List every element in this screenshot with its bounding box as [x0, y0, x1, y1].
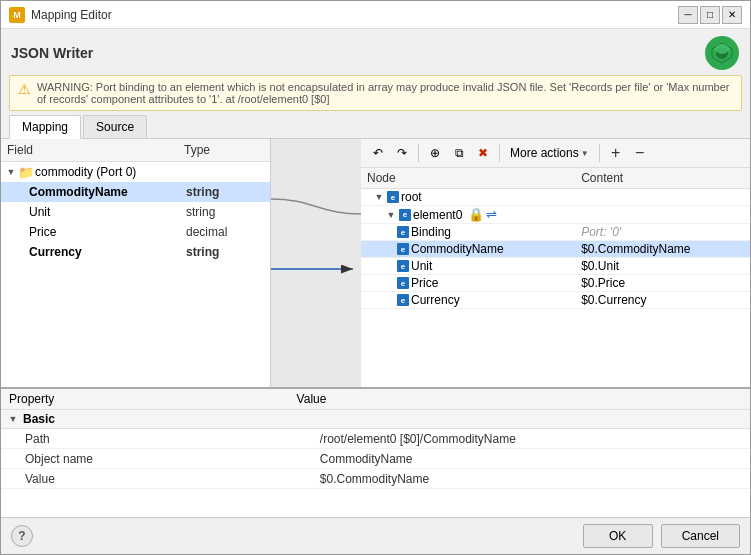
- mapping-editor-window: M Mapping Editor ─ □ ✕ JSON Writer ⚠ WAR…: [0, 0, 751, 555]
- add-button[interactable]: +: [605, 142, 627, 164]
- field-price: Price: [29, 225, 186, 239]
- dropdown-arrow-icon: ▼: [581, 149, 589, 158]
- tree-row-price[interactable]: Price decimal: [1, 222, 270, 242]
- maximize-button[interactable]: □: [700, 6, 720, 24]
- binding-arrow-icon: ⇌: [486, 207, 497, 222]
- e-icon-binding: e: [397, 226, 409, 238]
- type-unit: string: [186, 205, 266, 219]
- prop-value-value: $0.CommodityName: [314, 470, 750, 488]
- node-binding-label: Binding: [411, 225, 451, 239]
- node-row-commodityname[interactable]: e CommodityName $0.CommodityName: [361, 241, 750, 258]
- type-currency: string: [186, 245, 266, 259]
- node-unit-content: $0.Unit: [575, 258, 750, 275]
- warning-bar: ⚠ WARNING: Port binding to an element wh…: [9, 75, 742, 111]
- e-icon-element0: e: [399, 209, 411, 221]
- footer-buttons: OK Cancel: [583, 524, 740, 548]
- node-cell-element0: ▼ e element0 🔒 ⇌: [367, 207, 569, 222]
- title-controls: ─ □ ✕: [678, 6, 742, 24]
- right-panel: ↶ ↷ ⊕ ⧉ ✖ More actions ▼ + −: [361, 139, 750, 387]
- undo-button[interactable]: ↶: [367, 142, 389, 164]
- node-unit-label: Unit: [411, 259, 432, 273]
- prop-row-objectname: Object name CommodityName: [1, 449, 750, 469]
- type-commodityname: string: [186, 185, 266, 199]
- node-tree-panel: Node Content ▼ e roo: [361, 168, 750, 387]
- property-table: ▼ Basic Path /root/element0 [$0]/Commodi…: [1, 410, 750, 517]
- app-logo: [704, 35, 740, 71]
- left-tree: ▼ 📁 commodity (Port 0) CommodityName str…: [1, 162, 270, 387]
- node-col-header: Node: [361, 168, 575, 189]
- root-label: commodity (Port 0): [35, 165, 266, 179]
- e-icon-unit: e: [397, 260, 409, 272]
- node-row-binding[interactable]: e Binding Port: '0': [361, 224, 750, 241]
- connector-canvas: [271, 139, 361, 387]
- delete-button[interactable]: ✖: [472, 142, 494, 164]
- more-actions-button[interactable]: More actions ▼: [505, 143, 594, 163]
- warning-text: WARNING: Port binding to an element whic…: [37, 81, 733, 105]
- node-commodityname-label: CommodityName: [411, 242, 504, 256]
- node-binding-content: Port: '0': [575, 224, 750, 241]
- copy-button[interactable]: ⧉: [448, 142, 470, 164]
- field-unit: Unit: [29, 205, 186, 219]
- value-col-header: Value: [297, 392, 728, 406]
- binding-lock-icon: 🔒: [468, 207, 484, 222]
- close-button[interactable]: ✕: [722, 6, 742, 24]
- node-row-price[interactable]: e Price $0.Price: [361, 275, 750, 292]
- warning-icon: ⚠: [18, 81, 31, 97]
- tree-row-commodityname[interactable]: CommodityName string: [1, 182, 270, 202]
- tree-row-unit[interactable]: Unit string: [1, 202, 270, 222]
- main-content: Field Type ▼ 📁 commodity (Port 0) Commod…: [1, 139, 750, 387]
- node-row-root[interactable]: ▼ e root: [361, 189, 750, 206]
- expand-root-node[interactable]: ▼: [373, 191, 385, 203]
- add-child-button[interactable]: ⊕: [424, 142, 446, 164]
- toolbar: ↶ ↷ ⊕ ⧉ ✖ More actions ▼ + −: [361, 139, 750, 168]
- node-commodityname-content: $0.CommodityName: [575, 241, 750, 258]
- field-currency: Currency: [29, 245, 186, 259]
- tab-source[interactable]: Source: [83, 115, 147, 138]
- app-title-bar: JSON Writer: [1, 29, 750, 75]
- ok-button[interactable]: OK: [583, 524, 653, 548]
- e-icon-root: e: [387, 191, 399, 203]
- node-currency-label: Currency: [411, 293, 460, 307]
- minimize-button[interactable]: ─: [678, 6, 698, 24]
- bottom-panel: Property Value ▼ Basic Path /root/elemen…: [1, 387, 750, 517]
- node-element0-content: [575, 206, 750, 224]
- node-currency-content: $0.Currency: [575, 292, 750, 309]
- prop-name-path: Path: [1, 430, 314, 448]
- tree-row-root[interactable]: ▼ 📁 commodity (Port 0): [1, 162, 270, 182]
- footer: ? OK Cancel: [1, 517, 750, 554]
- connector-svg: [271, 139, 361, 387]
- app-icon: M: [9, 7, 25, 23]
- section-basic-label: Basic: [23, 412, 55, 426]
- node-cell-commodityname: e CommodityName: [367, 242, 569, 256]
- help-button[interactable]: ?: [11, 525, 33, 547]
- node-table: Node Content ▼ e roo: [361, 168, 750, 309]
- remove-button[interactable]: −: [629, 142, 651, 164]
- node-price-label: Price: [411, 276, 438, 290]
- tree-row-currency[interactable]: Currency string: [1, 242, 270, 262]
- property-col-header: Property: [9, 392, 297, 406]
- prop-row-path: Path /root/element0 [$0]/CommodityName: [1, 429, 750, 449]
- expand-basic[interactable]: ▼: [7, 413, 19, 425]
- cancel-button[interactable]: Cancel: [661, 524, 740, 548]
- title-bar-left: M Mapping Editor: [9, 7, 112, 23]
- window-title: Mapping Editor: [31, 8, 112, 22]
- prop-name-objectname: Object name: [1, 450, 314, 468]
- field-commodityname: CommodityName: [29, 185, 186, 199]
- footer-left: ?: [11, 525, 33, 547]
- node-row-element0[interactable]: ▼ e element0 🔒 ⇌: [361, 206, 750, 224]
- tab-mapping[interactable]: Mapping: [9, 115, 81, 139]
- toolbar-sep-2: [499, 144, 500, 162]
- redo-button[interactable]: ↷: [391, 142, 413, 164]
- node-cell-price: e Price: [367, 276, 569, 290]
- expand-root[interactable]: ▼: [5, 166, 17, 178]
- field-column-header: Field: [7, 143, 182, 157]
- node-cell-binding: e Binding: [367, 225, 569, 239]
- expand-element0[interactable]: ▼: [385, 209, 397, 221]
- title-bar: M Mapping Editor ─ □ ✕: [1, 1, 750, 29]
- node-cell-unit: e Unit: [367, 259, 569, 273]
- node-price-content: $0.Price: [575, 275, 750, 292]
- node-row-currency[interactable]: e Currency $0.Currency: [361, 292, 750, 309]
- type-column-header: Type: [184, 143, 264, 157]
- toolbar-sep-1: [418, 144, 419, 162]
- node-row-unit[interactable]: e Unit $0.Unit: [361, 258, 750, 275]
